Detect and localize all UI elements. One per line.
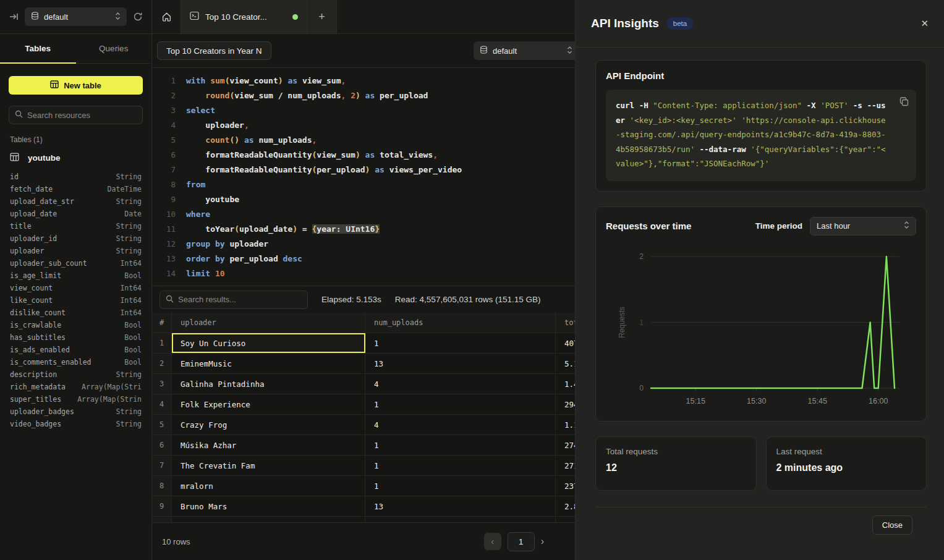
database-selector[interactable]: default (25, 7, 127, 26)
refresh-icon[interactable] (133, 12, 143, 22)
table-cell[interactable]: 1 (365, 333, 556, 353)
table-cell[interactable]: Galinha Pintadinha (172, 374, 365, 394)
panel-header: API Insights beta ✕ (576, 0, 944, 48)
table-cell[interactable]: 5 (152, 415, 172, 435)
last-request-label: Last request (776, 447, 917, 456)
table-row: 3Galinha Pintadinha41.4 (152, 374, 575, 394)
total-requests-value: 12 (606, 462, 746, 473)
table-cell[interactable]: The Crevatin Fam (172, 456, 365, 475)
sidebar-item-youtube-table[interactable]: youtube (9, 151, 143, 164)
tab-queries-label: Queries (99, 44, 128, 53)
table-row: 5Crazy Frog41.1 (152, 415, 575, 435)
table-cell[interactable]: 1 (365, 435, 556, 455)
schema-column-row: titleString (10, 220, 142, 232)
time-period-select[interactable]: Last hour (810, 217, 916, 235)
chevron-updown-icon (115, 12, 121, 22)
search-resources-input[interactable] (27, 111, 137, 120)
schema-column-row: dislike_countInt64 (10, 307, 142, 319)
table-cell[interactable]: 407 (556, 333, 575, 353)
table-cell[interactable]: EminemMusic (172, 354, 365, 373)
sidebar: default Tables Queries New table (0, 0, 152, 560)
query-database-selector-value: default (493, 46, 562, 56)
table-cell[interactable]: Crazy Frog (172, 415, 365, 435)
table-cell[interactable]: 1.4 (556, 374, 575, 394)
query-title-button[interactable]: Top 10 Creators in Year N (157, 41, 271, 60)
close-panel-icon[interactable]: ✕ (921, 18, 929, 29)
table-row: 2EminemMusic135.1 (152, 354, 575, 374)
results-search (159, 291, 308, 309)
database-selector-value: default (44, 12, 110, 22)
previous-page-button[interactable]: ‹ (484, 533, 501, 550)
table-icon (10, 153, 19, 163)
query-tab[interactable]: Top 10 Creator... (181, 0, 307, 33)
table-cell[interactable]: 294 (556, 394, 575, 414)
table-cell[interactable] (556, 517, 575, 522)
schema-column-row: super_titlesArray(Map(Strin (10, 393, 142, 405)
new-table-label: New table (64, 81, 101, 90)
table-cell[interactable]: 2 (152, 354, 172, 373)
collapse-sidebar-icon[interactable] (9, 12, 19, 22)
tab-queries[interactable]: Queries (76, 34, 152, 63)
table-cell[interactable]: 13 (365, 496, 556, 516)
table-cell[interactable]: 1 (365, 456, 556, 475)
table-cell[interactable]: 237 (556, 476, 575, 496)
table-icon (50, 80, 59, 90)
table-cell[interactable]: 7 (152, 456, 172, 475)
time-period-value: Last hour (817, 221, 904, 231)
search-icon (15, 109, 23, 121)
table-cell[interactable]: 1 (365, 394, 556, 414)
editor-line: 4 uploader, (159, 117, 575, 132)
sidebar-topbar: default (0, 0, 151, 34)
sql-editor[interactable]: 1with sum(view_count) as view_sum,2 roun… (152, 68, 575, 286)
schema-list: idStringfetch_dateDateTimeupload_date_st… (9, 171, 143, 430)
chevron-left-icon: ‹ (491, 537, 494, 546)
table-cell[interactable]: Músika Azhar (172, 435, 365, 455)
new-table-button[interactable]: New table (9, 76, 143, 95)
table-cell[interactable]: 9 (152, 496, 172, 516)
table-cell[interactable]: 271 (556, 456, 575, 475)
query-database-selector[interactable]: default (474, 41, 575, 60)
api-endpoint-title: API Endpoint (606, 70, 916, 81)
search-results-input[interactable] (178, 295, 302, 304)
table-cell[interactable]: 1 (152, 333, 172, 353)
schema-column-row: is_age_limitBool (10, 269, 142, 282)
tab-tables[interactable]: Tables (0, 34, 76, 63)
table-cell[interactable]: 2.8 (556, 496, 575, 516)
table-cell[interactable] (152, 517, 172, 522)
table-cell[interactable]: Bruno Mars (172, 496, 365, 516)
sidebar-body: New table Tables (1) youtube idStringfet… (0, 64, 151, 560)
svg-text:15:15: 15:15 (686, 397, 705, 405)
editor-line: 1with sum(view_count) as view_sum, (159, 73, 575, 88)
table-cell[interactable]: Folk Experience (172, 394, 365, 414)
table-cell[interactable]: 1 (365, 476, 556, 496)
table-cell[interactable]: 6 (152, 435, 172, 455)
table-cell[interactable]: 5.1 (556, 354, 575, 373)
table-cell[interactable]: 1.1 (556, 415, 575, 435)
table-cell[interactable]: 13 (365, 354, 556, 373)
table-cell[interactable] (365, 517, 556, 522)
svg-text:2: 2 (639, 252, 644, 261)
copy-icon[interactable] (899, 97, 909, 108)
svg-text:0: 0 (639, 384, 644, 392)
rows-count-label: 10 rows (162, 537, 484, 546)
next-page-button[interactable]: › (541, 536, 544, 547)
panel-footer: Close (595, 507, 927, 543)
table-cell[interactable]: 274 (556, 435, 575, 455)
home-button[interactable] (152, 0, 181, 33)
chart-container: 01215:1515:3015:4516:00Requests (606, 244, 916, 415)
editor-line: 11 toYear(upload_date) = {year: UInt16} (159, 221, 575, 236)
pagination: ‹ 1 › (484, 532, 544, 551)
table-cell[interactable]: 4 (365, 374, 556, 394)
schema-column-row: video_badgesString (10, 418, 142, 430)
close-button[interactable]: Close (872, 515, 912, 535)
table-cell[interactable]: 4 (365, 415, 556, 435)
svg-text:Requests: Requests (618, 307, 626, 338)
table-cell[interactable]: 8 (152, 476, 172, 496)
table-cell[interactable] (172, 517, 365, 522)
table-cell[interactable]: Soy Un Curioso (172, 333, 365, 353)
table-cell[interactable]: 3 (152, 374, 172, 394)
table-cell[interactable]: 4 (152, 394, 172, 414)
table-cell[interactable]: mralorn (172, 476, 365, 496)
panel-body: API Endpoint curl -H "Content-Type: appl… (576, 48, 944, 560)
new-tab-button[interactable]: + (307, 0, 337, 33)
